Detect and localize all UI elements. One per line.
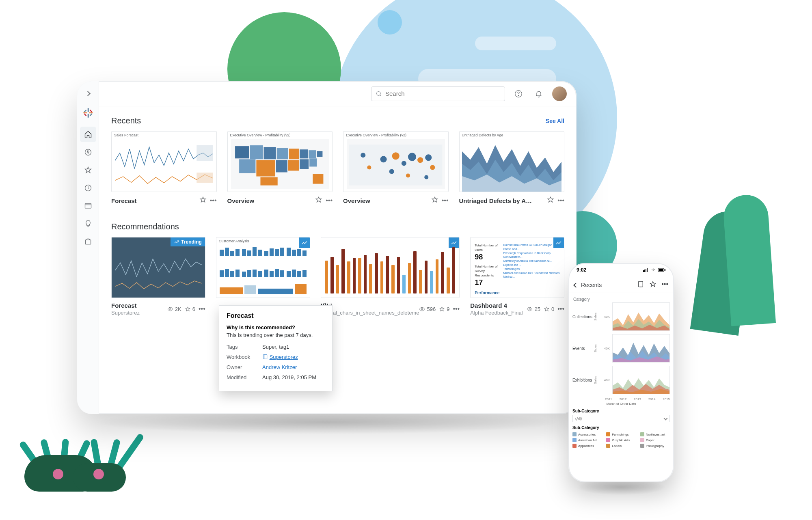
svg-rect-1 [87,114,88,117]
wifi-icon [650,268,656,272]
stars-count[interactable]: 9 [439,306,449,312]
svg-rect-58 [639,281,643,287]
battery-icon [658,268,666,272]
recent-card[interactable]: Executive Overview - Profitability (v2) [227,131,333,205]
recommendation-card[interactable]: Total Number of users 98 Total Number of… [470,237,564,316]
recent-card[interactable]: Untriaged Defects by Age Untriaged Defec… [459,131,565,205]
svg-rect-56 [659,269,663,271]
phone-favorite-button[interactable] [649,280,657,289]
views-count: 2K [167,306,181,312]
svg-rect-17 [235,146,249,158]
svg-rect-49 [263,355,267,359]
phone-back-button[interactable]: Recents [574,282,602,288]
recommendation-card[interactable]: !()!# special_chars_in_sheet_names_delet… [321,237,460,316]
svg-rect-24 [317,151,322,157]
svg-rect-30 [309,158,317,166]
phone-chart-row[interactable]: ExhibitionsSales40K [572,366,670,394]
signal-icon [643,268,649,272]
svg-rect-2 [83,112,87,113]
notifications-button[interactable] [532,87,546,101]
phone-chart-row[interactable]: EventsSales40K [572,334,670,362]
topbar [99,81,577,106]
sidebar-collections[interactable] [80,234,96,249]
workbook-link: Superstorez [270,354,298,360]
more-icon[interactable]: ••• [210,197,217,204]
svg-rect-4 [84,110,86,112]
chevron-down-icon [664,416,667,421]
favorite-icon[interactable] [431,196,438,205]
sidebar-home[interactable] [80,127,96,142]
search-input[interactable] [371,86,505,101]
search-icon [376,91,382,97]
svg-point-42 [430,165,435,170]
svg-rect-31 [260,177,277,186]
phone-chart-row[interactable]: CollectionsSales40K [572,302,670,331]
expand-sidebar-button[interactable] [77,85,99,101]
svg-rect-21 [289,149,298,159]
user-avatar[interactable] [552,86,567,101]
recent-card[interactable]: Executive Overview - Profitability (v2) [343,131,449,205]
svg-rect-32 [313,174,323,184]
svg-rect-19 [263,147,276,159]
legend-item[interactable]: Labels [606,444,636,448]
svg-point-44 [406,174,410,178]
sidebar-recents[interactable] [80,180,96,196]
recent-card[interactable]: Sales Forecast Forecast ••• [111,131,217,205]
main-content: Recents See All Sales Forecast [99,106,577,414]
svg-rect-5 [89,113,92,116]
search-field[interactable] [385,90,501,97]
favorite-icon[interactable] [315,196,322,205]
help-button[interactable] [512,87,525,101]
favorite-icon[interactable] [547,196,554,205]
more-icon[interactable]: ••• [442,197,449,204]
stars-count[interactable]: 6 [185,306,195,312]
stars-count[interactable]: 0 [544,306,554,312]
svg-point-41 [425,154,432,161]
svg-rect-20 [276,148,288,159]
owner-link[interactable]: Andrew Kritzer [262,364,297,370]
phone-more-button[interactable]: ••• [661,280,668,289]
more-icon[interactable]: ••• [326,197,333,204]
legend-item[interactable]: Northwest art [640,432,670,436]
phone-subcategory-label: Sub-Category [572,409,670,413]
recommendation-card[interactable]: Customer Analysis [216,237,310,316]
svg-rect-57 [665,269,665,271]
more-icon[interactable]: ••• [453,305,460,313]
legend-item[interactable]: Photography [640,444,670,448]
legend-item[interactable]: Appliances [572,444,602,448]
sidebar-shared[interactable] [80,198,96,214]
svg-point-40 [417,157,423,163]
legend-item[interactable]: Furnishings [606,432,636,436]
bg-moon [378,10,402,35]
sidebar-explore[interactable] [80,145,96,160]
app-logo[interactable] [82,107,94,119]
svg-rect-33 [349,145,442,186]
more-icon[interactable]: ••• [199,305,205,313]
svg-rect-53 [647,268,648,272]
recommendation-tooltip: Forecast Why is this recommended? This i… [219,305,333,391]
sidebar-favorites[interactable] [80,162,96,178]
phone-share-button[interactable] [637,280,644,289]
sidebar-recommendations[interactable] [80,216,96,231]
svg-rect-27 [276,160,287,172]
legend-item[interactable]: American Art [572,438,602,442]
phone-subcategory-select[interactable]: (All) [572,415,670,422]
recommendation-card[interactable]: Trending Forecast Superstorez [111,237,205,316]
svg-point-14 [518,95,519,95]
phone-category-label: Category [573,297,670,302]
svg-point-45 [424,175,428,179]
more-icon[interactable]: ••• [557,305,564,313]
favorite-icon[interactable] [199,196,207,205]
svg-point-43 [389,169,394,174]
more-icon[interactable]: ••• [557,197,564,204]
section-title-recommendations: Recommendations [111,222,179,231]
legend-item[interactable]: Paper [640,438,670,442]
svg-point-34 [361,153,365,158]
section-title-recents: Recents [111,116,141,125]
phone-status-bar: 9:02 [568,263,674,277]
legend-item[interactable]: Accessories [572,432,602,436]
see-all-link[interactable]: See All [546,118,564,124]
svg-point-39 [408,153,416,161]
legend-item[interactable]: Graphic Arts [606,438,636,442]
svg-point-38 [402,161,406,166]
